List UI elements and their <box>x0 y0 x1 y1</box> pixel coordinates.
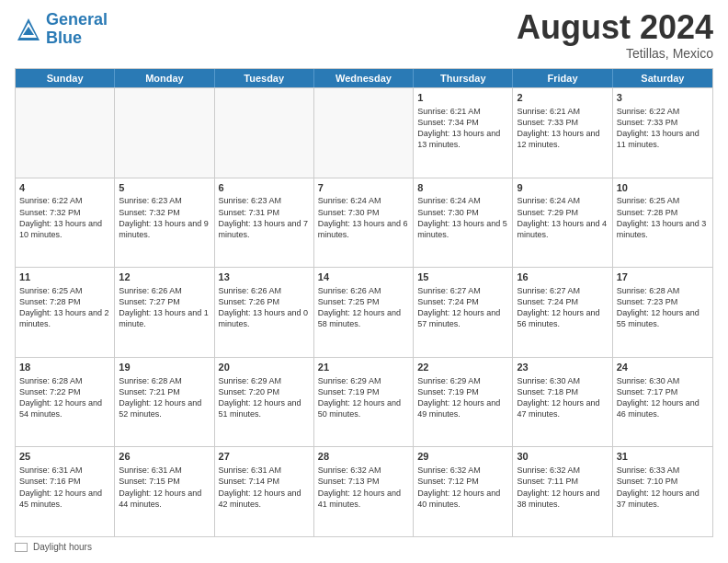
sun-info: Sunrise: 6:32 AMSunset: 7:12 PMDaylight:… <box>417 465 500 508</box>
day-cell-11: 11Sunrise: 6:25 AMSunset: 7:28 PMDayligh… <box>16 268 115 357</box>
empty-cell <box>215 88 314 178</box>
logo-general: General <box>46 10 108 29</box>
day-number: 31 <box>617 450 709 464</box>
calendar-header-friday: Friday <box>513 69 612 87</box>
day-cell-17: 17Sunrise: 6:28 AMSunset: 7:23 PMDayligh… <box>613 268 712 357</box>
day-cell-7: 7Sunrise: 6:24 AMSunset: 7:30 PMDaylight… <box>314 178 414 268</box>
sun-info: Sunrise: 6:31 AMSunset: 7:14 PMDaylight:… <box>219 465 301 508</box>
empty-cell <box>16 88 115 178</box>
day-number: 5 <box>119 181 210 195</box>
sun-info: Sunrise: 6:29 AMSunset: 7:20 PMDaylight:… <box>219 376 301 419</box>
day-number: 29 <box>417 450 508 464</box>
day-cell-18: 18Sunrise: 6:28 AMSunset: 7:22 PMDayligh… <box>16 358 115 447</box>
empty-cell <box>115 88 214 178</box>
day-number: 15 <box>417 270 508 284</box>
day-cell-9: 9Sunrise: 6:24 AMSunset: 7:29 PMDaylight… <box>513 178 612 268</box>
sun-info: Sunrise: 6:29 AMSunset: 7:19 PMDaylight:… <box>417 376 500 419</box>
sun-info: Sunrise: 6:21 AMSunset: 7:34 PMDaylight:… <box>417 107 500 149</box>
day-cell-8: 8Sunrise: 6:24 AMSunset: 7:30 PMDaylight… <box>414 178 513 268</box>
sun-info: Sunrise: 6:26 AMSunset: 7:26 PMDaylight:… <box>219 286 309 328</box>
sun-info: Sunrise: 6:27 AMSunset: 7:24 PMDaylight:… <box>417 286 500 328</box>
sun-info: Sunrise: 6:29 AMSunset: 7:19 PMDaylight:… <box>318 376 401 419</box>
sun-info: Sunrise: 6:32 AMSunset: 7:13 PMDaylight:… <box>318 465 401 508</box>
logo-blue: Blue <box>46 29 82 47</box>
sun-info: Sunrise: 6:28 AMSunset: 7:23 PMDaylight:… <box>617 286 700 328</box>
day-number: 18 <box>19 361 110 374</box>
day-cell-31: 31Sunrise: 6:33 AMSunset: 7:10 PMDayligh… <box>613 447 712 536</box>
logo-icon <box>15 16 42 43</box>
sun-info: Sunrise: 6:25 AMSunset: 7:28 PMDaylight:… <box>19 286 109 328</box>
day-cell-4: 4Sunrise: 6:22 AMSunset: 7:32 PMDaylight… <box>16 178 115 268</box>
empty-cell <box>314 88 414 178</box>
header: General Blue August 2024 Tetillas, Mexic… <box>15 11 713 61</box>
day-cell-23: 23Sunrise: 6:30 AMSunset: 7:18 PMDayligh… <box>513 358 612 447</box>
day-number: 27 <box>219 450 310 464</box>
day-number: 17 <box>617 270 709 284</box>
day-number: 16 <box>517 270 608 284</box>
sun-info: Sunrise: 6:30 AMSunset: 7:17 PMDaylight:… <box>617 376 700 419</box>
day-number: 26 <box>119 450 210 464</box>
legend-label: Daylight hours <box>33 542 92 552</box>
day-cell-5: 5Sunrise: 6:23 AMSunset: 7:32 PMDaylight… <box>115 178 214 268</box>
day-number: 24 <box>617 361 709 374</box>
day-cell-26: 26Sunrise: 6:31 AMSunset: 7:15 PMDayligh… <box>115 447 214 536</box>
day-number: 6 <box>219 181 310 195</box>
page: General Blue August 2024 Tetillas, Mexic… <box>0 0 728 563</box>
day-number: 7 <box>318 181 409 195</box>
day-number: 9 <box>517 181 608 195</box>
sun-info: Sunrise: 6:26 AMSunset: 7:27 PMDaylight:… <box>119 286 209 328</box>
sun-info: Sunrise: 6:24 AMSunset: 7:30 PMDaylight:… <box>318 196 408 238</box>
calendar-header-monday: Monday <box>115 69 214 87</box>
day-cell-13: 13Sunrise: 6:26 AMSunset: 7:26 PMDayligh… <box>215 268 314 357</box>
day-cell-21: 21Sunrise: 6:29 AMSunset: 7:19 PMDayligh… <box>314 358 414 447</box>
sun-info: Sunrise: 6:26 AMSunset: 7:25 PMDaylight:… <box>318 286 401 328</box>
day-number: 1 <box>417 91 508 105</box>
day-cell-20: 20Sunrise: 6:29 AMSunset: 7:20 PMDayligh… <box>215 358 314 447</box>
day-cell-30: 30Sunrise: 6:32 AMSunset: 7:11 PMDayligh… <box>513 447 612 536</box>
day-cell-1: 1Sunrise: 6:21 AMSunset: 7:34 PMDaylight… <box>414 88 513 178</box>
sun-info: Sunrise: 6:24 AMSunset: 7:30 PMDaylight:… <box>417 196 507 238</box>
sun-info: Sunrise: 6:23 AMSunset: 7:32 PMDaylight:… <box>119 196 209 238</box>
sun-info: Sunrise: 6:22 AMSunset: 7:33 PMDaylight:… <box>617 107 700 149</box>
calendar-row-3: 11Sunrise: 6:25 AMSunset: 7:28 PMDayligh… <box>16 267 712 357</box>
day-number: 30 <box>517 450 608 464</box>
legend: Daylight hours <box>15 542 713 552</box>
sun-info: Sunrise: 6:25 AMSunset: 7:28 PMDaylight:… <box>617 196 707 238</box>
day-number: 3 <box>617 91 709 105</box>
day-cell-3: 3Sunrise: 6:22 AMSunset: 7:33 PMDaylight… <box>613 88 712 178</box>
sun-info: Sunrise: 6:32 AMSunset: 7:11 PMDaylight:… <box>517 465 599 508</box>
calendar-header-tuesday: Tuesday <box>215 69 314 87</box>
day-number: 8 <box>417 181 508 195</box>
day-number: 23 <box>517 361 608 374</box>
day-cell-27: 27Sunrise: 6:31 AMSunset: 7:14 PMDayligh… <box>215 447 314 536</box>
calendar-row-5: 25Sunrise: 6:31 AMSunset: 7:16 PMDayligh… <box>16 446 712 536</box>
day-number: 20 <box>219 361 310 374</box>
sun-info: Sunrise: 6:31 AMSunset: 7:16 PMDaylight:… <box>19 465 102 508</box>
calendar-header-wednesday: Wednesday <box>314 69 414 87</box>
day-cell-2: 2Sunrise: 6:21 AMSunset: 7:33 PMDaylight… <box>513 88 612 178</box>
day-cell-25: 25Sunrise: 6:31 AMSunset: 7:16 PMDayligh… <box>16 447 115 536</box>
calendar-body: 1Sunrise: 6:21 AMSunset: 7:34 PMDaylight… <box>16 87 712 536</box>
logo: General Blue <box>15 11 108 48</box>
day-number: 11 <box>19 270 110 284</box>
sun-info: Sunrise: 6:21 AMSunset: 7:33 PMDaylight:… <box>517 107 599 149</box>
day-cell-10: 10Sunrise: 6:25 AMSunset: 7:28 PMDayligh… <box>613 178 712 268</box>
calendar-row-1: 1Sunrise: 6:21 AMSunset: 7:34 PMDaylight… <box>16 87 712 178</box>
day-cell-14: 14Sunrise: 6:26 AMSunset: 7:25 PMDayligh… <box>314 268 414 357</box>
day-number: 12 <box>119 270 210 284</box>
calendar-header-row: SundayMondayTuesdayWednesdayThursdayFrid… <box>16 69 712 87</box>
day-number: 22 <box>417 361 508 374</box>
logo-text: General Blue <box>46 11 108 48</box>
day-cell-12: 12Sunrise: 6:26 AMSunset: 7:27 PMDayligh… <box>115 268 214 357</box>
sun-info: Sunrise: 6:23 AMSunset: 7:31 PMDaylight:… <box>219 196 309 238</box>
day-number: 14 <box>318 270 409 284</box>
calendar-header-sunday: Sunday <box>16 69 115 87</box>
day-number: 19 <box>119 361 210 374</box>
calendar-row-4: 18Sunrise: 6:28 AMSunset: 7:22 PMDayligh… <box>16 357 712 447</box>
day-number: 21 <box>318 361 409 374</box>
sun-info: Sunrise: 6:27 AMSunset: 7:24 PMDaylight:… <box>517 286 599 328</box>
sun-info: Sunrise: 6:28 AMSunset: 7:21 PMDaylight:… <box>119 376 201 419</box>
title-block: August 2024 Tetillas, Mexico <box>517 11 713 61</box>
day-number: 25 <box>19 450 110 464</box>
day-cell-29: 29Sunrise: 6:32 AMSunset: 7:12 PMDayligh… <box>414 447 513 536</box>
